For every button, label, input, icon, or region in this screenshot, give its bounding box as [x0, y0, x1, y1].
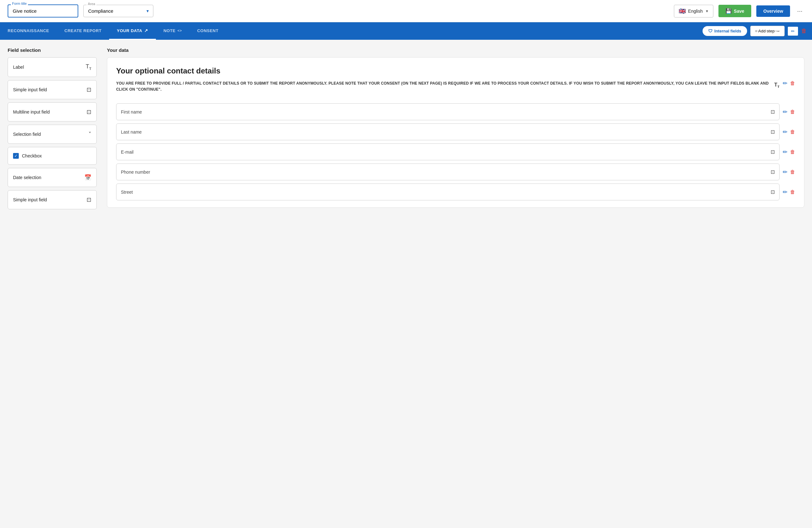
field-label-text: Label — [13, 64, 24, 70]
tab-create-report-label: CREATE REPORT — [64, 28, 102, 33]
email-field-icon: ⊡ — [771, 149, 775, 155]
last-name-field-icon: ⊡ — [771, 129, 775, 135]
email-label: E-mail — [121, 149, 134, 155]
add-step-button[interactable]: + Add step → — [750, 26, 785, 36]
checkbox-text: Checkbox — [22, 153, 42, 158]
street-delete-button[interactable]: 🗑 — [790, 189, 795, 195]
form-title-label: Form title — [11, 2, 28, 5]
street-field-icon: ⊡ — [771, 189, 775, 195]
street-field: Street ⊡ — [116, 184, 780, 200]
field-row-phone: Phone number ⊡ ✏ 🗑 — [116, 163, 795, 180]
first-name-field-icon: ⊡ — [771, 109, 775, 115]
overview-label: Overview — [763, 9, 783, 14]
input-icon-2: ⊡ — [87, 196, 91, 203]
save-icon: 💾 — [725, 8, 732, 14]
phone-field-icon: ⊡ — [771, 169, 775, 175]
nav-bar: RECONNAISSANCE CREATE REPORT YOUR DATA ↗… — [0, 22, 812, 40]
phone-label: Phone number — [121, 170, 150, 175]
simple-input-2-text: Simple input field — [13, 197, 47, 202]
form-description-block: YOU ARE FREE TO PROVIDE FULL / PARTIAL C… — [116, 80, 780, 92]
heading-edit-button[interactable]: ✏ — [783, 80, 787, 87]
delete-step-button[interactable]: 🗑 — [801, 28, 807, 34]
left-panel: Field selection Label Tт Simple input fi… — [8, 47, 97, 519]
first-name-field: First name ⊡ — [116, 103, 780, 120]
heading-row: Your optional contact details YOU ARE FR… — [116, 67, 795, 100]
form-title-input[interactable] — [8, 4, 78, 17]
simple-input-1-text: Simple input field — [13, 87, 47, 92]
last-name-edit-button[interactable]: ✏ — [783, 129, 787, 135]
internal-fields-button[interactable]: 🛡 Internal fields — [702, 26, 748, 36]
phone-edit-button[interactable]: ✏ — [783, 168, 787, 176]
description-text: YOU ARE FREE TO PROVIDE FULL / PARTIAL C… — [116, 80, 772, 92]
email-actions: ✏ 🗑 — [783, 148, 795, 156]
checkbox-wrapper: ✓ Checkbox — [13, 153, 42, 159]
flag-icon: 🇬🇧 — [679, 8, 686, 15]
field-row-first-name: First name ⊡ ✏ 🗑 — [116, 103, 795, 120]
area-select[interactable]: Compliance HR Finance Legal — [83, 5, 154, 17]
field-item-selection[interactable]: Selection field ˅ — [8, 125, 97, 144]
selection-field-text: Selection field — [13, 132, 41, 137]
dropdown-icon: ˅ — [88, 131, 91, 138]
phone-actions: ✏ 🗑 — [783, 168, 795, 176]
street-label: Street — [121, 190, 133, 195]
field-item-simple-input-2[interactable]: Simple input field ⊡ — [8, 190, 97, 209]
edit-step-button[interactable]: ✏ — [787, 26, 799, 36]
tab-consent-label: CONSENT — [197, 28, 219, 33]
email-delete-button[interactable]: 🗑 — [790, 149, 795, 155]
tab-note-icon: <> — [177, 29, 182, 32]
tab-consent[interactable]: CONSENT — [190, 22, 226, 40]
tab-reconnaissance-label: RECONNAISSANCE — [8, 28, 49, 33]
field-row-email: E-mail ⊡ ✏ 🗑 — [116, 144, 795, 160]
street-actions: ✏ 🗑 — [783, 189, 795, 196]
field-item-label[interactable]: Label Tт — [8, 57, 97, 77]
internal-fields-label: Internal fields — [714, 29, 741, 33]
field-item-multiline-input[interactable]: Multiline input field ⊡ — [8, 102, 97, 121]
tab-reconnaissance[interactable]: RECONNAISSANCE — [0, 22, 57, 40]
multiline-input-text: Multiline input field — [13, 109, 49, 115]
dots-icon: ··· — [797, 7, 802, 14]
first-name-edit-button[interactable]: ✏ — [783, 108, 787, 116]
field-item-checkbox[interactable]: ✓ Checkbox — [8, 147, 97, 165]
tab-note-label: NOTE — [163, 28, 176, 33]
shield-icon: 🛡 — [708, 29, 712, 33]
field-row-last-name: Last name ⊡ ✏ 🗑 — [116, 123, 795, 140]
delete-step-icon: 🗑 — [801, 28, 807, 34]
language-name: English — [688, 9, 703, 14]
calendar-icon: 📅 — [84, 174, 91, 181]
heading-actions: ✏ 🗑 — [783, 80, 795, 87]
field-selection-title: Field selection — [8, 47, 97, 53]
your-data-title: Your data — [107, 47, 804, 53]
more-options-button[interactable]: ··· — [795, 5, 804, 16]
tab-your-data-label: YOUR DATA — [117, 28, 142, 33]
area-group: Area Compliance HR Finance Legal ▼ — [83, 5, 154, 17]
last-name-delete-button[interactable]: 🗑 — [790, 129, 795, 135]
first-name-actions: ✏ 🗑 — [783, 108, 795, 116]
field-item-simple-input-1[interactable]: Simple input field ⊡ — [8, 80, 97, 99]
nav-tabs: RECONNAISSANCE CREATE REPORT YOUR DATA ↗… — [0, 22, 702, 40]
edit-step-icon: ✏ — [791, 29, 795, 34]
heading-block: Your optional contact details YOU ARE FR… — [116, 67, 780, 100]
email-edit-button[interactable]: ✏ — [783, 148, 787, 156]
first-name-delete-button[interactable]: 🗑 — [790, 109, 795, 115]
save-button[interactable]: 💾 Save — [719, 5, 751, 17]
language-selector[interactable]: 🇬🇧 English ▼ — [674, 5, 714, 17]
field-item-date-selection[interactable]: Date selection 📅 — [8, 168, 97, 187]
tab-create-report[interactable]: CREATE REPORT — [57, 22, 110, 40]
add-step-label: + Add step → — [755, 29, 780, 33]
field-row-street: Street ⊡ ✏ 🗑 — [116, 184, 795, 200]
street-edit-button[interactable]: ✏ — [783, 189, 787, 196]
phone-delete-button[interactable]: 🗑 — [790, 169, 795, 175]
right-panel: Your data Your optional contact details … — [107, 47, 804, 519]
tab-your-data-icon: ↗ — [144, 28, 148, 33]
desc-format-icon: Tт — [774, 81, 780, 90]
overview-button[interactable]: Overview — [756, 5, 790, 17]
multiline-icon: ⊡ — [87, 108, 91, 116]
heading-delete-button[interactable]: 🗑 — [790, 80, 795, 86]
phone-field: Phone number ⊡ — [116, 163, 780, 180]
form-preview: Your optional contact details YOU ARE FR… — [107, 57, 804, 208]
area-label: Area — [87, 2, 97, 6]
tab-your-data[interactable]: YOUR DATA ↗ — [109, 22, 156, 40]
last-name-field: Last name ⊡ — [116, 123, 780, 140]
input-icon-1: ⊡ — [87, 86, 91, 93]
tab-note[interactable]: NOTE <> — [156, 22, 190, 40]
